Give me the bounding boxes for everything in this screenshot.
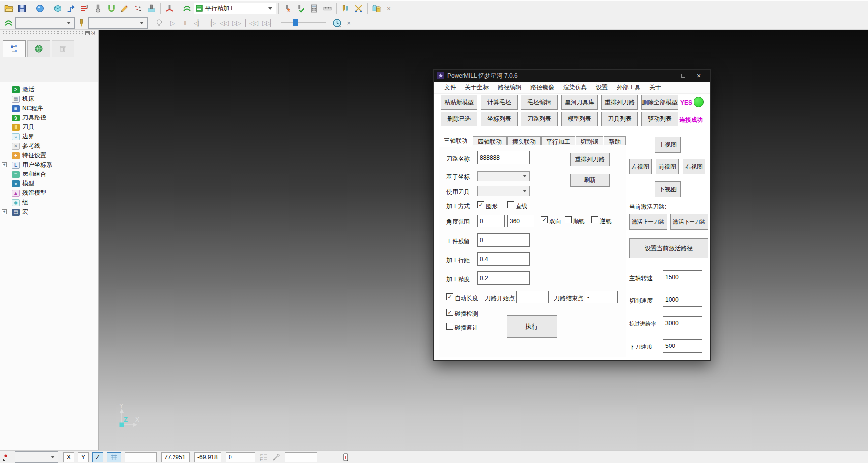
climb-checkbox[interactable] [565, 216, 572, 223]
pause-icon[interactable]: ‖ [178, 19, 191, 27]
collision-check-checkbox[interactable]: ✓ [446, 309, 453, 316]
use-tool-combobox[interactable] [477, 186, 530, 196]
grid-toggle-button[interactable] [107, 452, 121, 462]
angle-to-input[interactable] [507, 215, 534, 227]
tab-explorer-trash[interactable] [52, 40, 74, 57]
rewind-icon[interactable]: ◁◁ [217, 19, 230, 27]
coord-list-button[interactable]: 坐标列表 [481, 112, 518, 126]
paste-new-model-button[interactable]: 粘贴新模型 [441, 95, 477, 110]
light-bulb-icon[interactable] [152, 17, 166, 29]
menu-render-sim[interactable]: 渲染仿真 [559, 83, 591, 92]
play-icon[interactable]: ▷ [166, 19, 178, 27]
calc-stock-button[interactable]: 计算毛坯 [481, 95, 518, 110]
circle-checkbox[interactable]: ✓ [477, 201, 484, 208]
minimize-button[interactable]: — [659, 70, 675, 81]
u-slot-icon[interactable] [105, 2, 118, 15]
rapid-moves-icon[interactable] [78, 2, 91, 15]
menu-path-edit[interactable]: 路径编辑 [493, 83, 526, 92]
tool-pair-icon[interactable] [339, 2, 352, 15]
xyz-list-icon[interactable]: x=y=z= [260, 453, 268, 462]
toolpath-combobox[interactable] [15, 17, 75, 29]
tree-item-activate[interactable]: >激活 [0, 85, 98, 94]
slider-thumb[interactable] [293, 19, 298, 26]
tree-item-workplanes[interactable]: +L用户坐标系 [0, 160, 98, 170]
open-project-icon[interactable] [2, 2, 15, 15]
drive-list-button[interactable]: 驱动列表 [641, 112, 678, 126]
tree-item-feature-sets[interactable]: +特征设置 [0, 151, 98, 160]
menu-path-mirror[interactable]: 路径镜像 [526, 83, 559, 92]
dialog-title-bar[interactable]: PowerMILL 忆梦星河 7.0.6 — × [434, 70, 710, 82]
panel-grip[interactable]: × [2, 31, 96, 38]
workplane-combobox[interactable] [15, 451, 58, 463]
clock-icon[interactable] [330, 17, 344, 29]
activate-next-toolpath-button[interactable]: 激活下一刀路 [670, 214, 708, 230]
close-panel-icon[interactable]: × [92, 31, 95, 36]
tool-block-icon[interactable] [145, 2, 158, 15]
expand-toggle[interactable]: + [2, 162, 7, 167]
probe-pointer-icon[interactable] [272, 453, 281, 462]
tree-item-boundaries[interactable]: ○边界 [0, 132, 98, 141]
tree-item-machine-tool[interactable]: ▦机床 [0, 94, 98, 104]
fast-forward-icon[interactable]: ▷▷ [230, 19, 243, 27]
model-list-button[interactable]: 模型列表 [561, 112, 598, 126]
line-checkbox[interactable] [507, 201, 514, 208]
save-project-icon[interactable] [15, 2, 29, 15]
close-sim-toolbar-icon[interactable]: × [344, 19, 354, 27]
toolpath-list-button[interactable]: 刀路列表 [521, 112, 558, 126]
tree-item-patterns[interactable]: ✕参考线 [0, 141, 98, 151]
tree-item-nc-programs[interactable]: ≡NC程序 [0, 104, 98, 113]
execute-button[interactable]: 执行 [507, 315, 557, 338]
close-toolbar-icon[interactable]: × [383, 5, 394, 12]
float-panel-icon[interactable] [85, 31, 90, 35]
calculator-icon[interactable] [307, 2, 321, 15]
toolpath-name-input[interactable] [477, 151, 530, 164]
stock-edit-button[interactable]: 毛坯编辑 [521, 95, 558, 110]
menu-about[interactable]: 关于 [645, 83, 666, 92]
right-view-button[interactable]: 右视图 [683, 159, 705, 174]
rearrange-toolpaths-button[interactable]: 重排列刀路 [570, 153, 610, 166]
tree-item-tools[interactable]: ‖刀具 [0, 122, 98, 132]
activate-prev-toolpath-button[interactable]: 激活上一刀路 [629, 214, 667, 230]
pattern-draw-icon[interactable] [118, 2, 131, 15]
cutting-feed-input[interactable] [663, 293, 702, 307]
maximize-button[interactable] [675, 70, 691, 81]
refresh-button[interactable]: 刷新 [570, 174, 610, 187]
simulation-icon[interactable] [163, 2, 176, 15]
stock-models-icon[interactable] [370, 2, 383, 15]
go-to-end-icon[interactable]: ▷▷▏ [260, 19, 277, 27]
menu-external-tools[interactable]: 外部工具 [612, 83, 645, 92]
axis-y-button[interactable]: Y [78, 452, 89, 462]
auto-length-checkbox[interactable]: ✓ [446, 293, 453, 300]
tool-library-button[interactable]: 星河刀具库 [561, 95, 598, 110]
coordinate-x-field[interactable]: 77.2951 [161, 452, 190, 462]
delete-selected-button[interactable]: 删除已选 [441, 112, 477, 126]
collision-check-icon[interactable] [281, 2, 294, 15]
render-shading-icon[interactable] [33, 2, 47, 15]
coordinate-z-field[interactable]: 0 [226, 452, 255, 462]
set-active-path-button[interactable]: 设置当前激活路径 [629, 238, 708, 258]
point-marker-icon[interactable] [2, 453, 11, 462]
delete-all-models-button[interactable]: 删除全部模型 [641, 95, 678, 110]
coordinate-y-field[interactable]: -69.918 [194, 452, 221, 462]
conventional-checkbox[interactable] [591, 216, 598, 223]
stepover-input[interactable] [477, 252, 530, 266]
bidirectional-checkbox[interactable]: ✓ [541, 216, 548, 223]
rearrange-toolpaths-button[interactable]: 重排列刀路 [601, 95, 638, 110]
top-view-button[interactable]: 上视图 [655, 137, 681, 153]
tolerance-input[interactable] [477, 271, 530, 285]
strategy-combobox[interactable]: 平行精加工 [194, 3, 276, 14]
go-to-start-icon[interactable]: ▏◁◁ [243, 19, 260, 27]
front-view-button[interactable]: 前视图 [656, 159, 679, 174]
tool-combobox[interactable] [88, 17, 148, 29]
based-coord-combobox[interactable] [477, 171, 530, 181]
tool-list-button[interactable]: 刀具列表 [601, 112, 638, 126]
tree-item-stock-models[interactable]: ▲残留模型 [0, 188, 98, 198]
menu-coords[interactable]: 关于坐标 [461, 83, 493, 92]
tree-item-levels-sets[interactable]: ≡层和组合 [0, 170, 98, 179]
close-button[interactable]: × [691, 70, 707, 81]
tab-explorer-tree[interactable] [3, 40, 26, 57]
end-point-input[interactable] [585, 291, 618, 303]
speed-slider[interactable] [281, 18, 326, 27]
tree-item-groups[interactable]: ◆组 [0, 198, 98, 207]
axis-x-button[interactable]: X [63, 452, 74, 462]
